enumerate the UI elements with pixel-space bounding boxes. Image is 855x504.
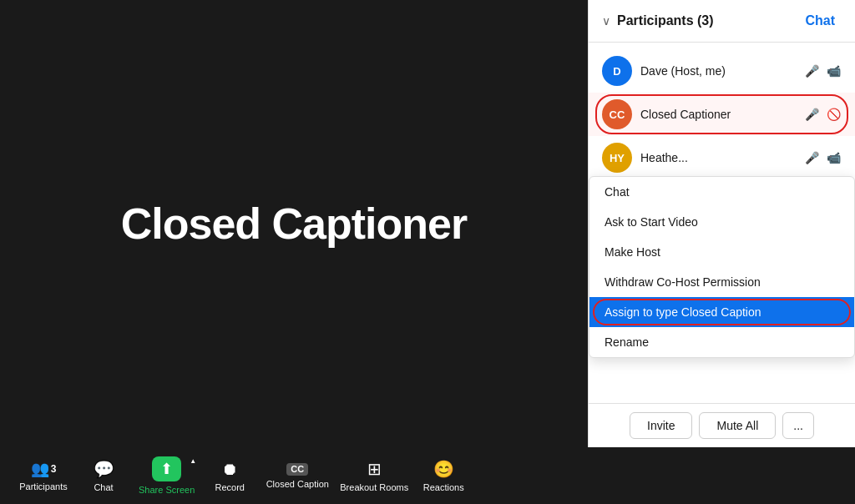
collapse-icon[interactable]: ∨ (602, 14, 610, 28)
menu-item-rename[interactable]: Rename (589, 327, 854, 357)
breakout-rooms-toolbar-item[interactable]: ⊞ Breakout Rooms (335, 451, 413, 501)
cam-icon: 📹 (825, 63, 842, 79)
participant-name-cc: Closed Captioner (640, 108, 795, 121)
participants-title: Participants (3) (617, 13, 714, 28)
reactions-label: Reactions (423, 482, 464, 492)
sidebar-header: ∨ Participants (3) Chat (589, 0, 855, 43)
share-screen-arrow: ▲ (190, 457, 196, 465)
menu-item-assign-caption[interactable]: Assign to type Closed Caption (589, 297, 854, 327)
sidebar-bottom: Invite Mute All ... (589, 403, 855, 447)
sidebar-header-left: ∨ Participants (3) (602, 13, 714, 28)
video-area: Closed Captioner (0, 0, 588, 447)
participant-icons-hy: 🎤 📹 (803, 149, 842, 166)
cam-muted-icon: 🚫 (825, 106, 842, 123)
chat-tab[interactable]: Chat (798, 10, 842, 32)
mic-icon-cc: 🎤 (803, 106, 820, 123)
reactions-toolbar-item[interactable]: 😊 Reactions (413, 451, 473, 501)
cc-badge-icon: CC (286, 463, 308, 476)
avatar-cc: CC (602, 99, 632, 129)
avatar-hy: HY (602, 143, 632, 173)
participant-name: Dave (Host, me) (640, 64, 795, 78)
record-toolbar-item[interactable]: ⏺ Record (200, 451, 260, 501)
menu-item-make-host[interactable]: Make Host (589, 237, 854, 267)
participants-icon: 👥 (31, 460, 49, 478)
record-icon: ⏺ (221, 460, 238, 479)
share-screen-label: Share Screen (139, 485, 195, 495)
mute-all-button[interactable]: Mute All (699, 412, 776, 439)
context-menu: Chat Ask to Start Video Make Host Withdr… (589, 176, 855, 358)
mic-icon: 🎤 (803, 63, 820, 79)
record-label: Record (215, 482, 245, 492)
video-title: Closed Captioner (121, 199, 468, 249)
reactions-icon: 😊 (433, 459, 454, 479)
participants-toolbar-item[interactable]: 👥 3 Participants (13, 451, 73, 501)
chat-icon: 💬 (94, 459, 114, 479)
participant-item-cc[interactable]: CC Closed Captioner 🎤 🚫 Chat Ask to Star… (589, 93, 855, 136)
menu-item-chat[interactable]: Chat (589, 177, 854, 207)
participant-list: D Dave (Host, me) 🎤 📹 CC Closed Captione… (589, 43, 855, 403)
share-screen-toolbar-item[interactable]: ⬆ Share Screen ▲ (134, 451, 200, 501)
closed-caption-label: Closed Caption (266, 479, 329, 489)
share-screen-btn[interactable]: ⬆ (152, 456, 181, 481)
invite-button[interactable]: Invite (630, 412, 692, 439)
mic-icon-hy: 🎤 (803, 149, 820, 166)
chat-toolbar-item[interactable]: 💬 Chat (73, 451, 134, 501)
sidebar: ∨ Participants (3) Chat D Dave (Host, me… (588, 0, 855, 447)
breakout-rooms-label: Breakout Rooms (340, 482, 408, 492)
participants-label: Participants (19, 481, 67, 491)
breakout-rooms-icon: ⊞ (367, 459, 382, 479)
participants-count: 3 (51, 463, 57, 475)
participant-icons: 🎤 📹 (803, 63, 842, 79)
menu-item-withdraw-cohost[interactable]: Withdraw Co-Host Permission (589, 267, 854, 297)
share-screen-icon: ⬆ (160, 460, 173, 478)
participants-icon-group: 👥 3 (31, 460, 57, 478)
more-button[interactable]: ... (782, 412, 814, 439)
participant-item-hy[interactable]: HY Heathe... 🎤 📹 (589, 136, 855, 179)
participant-icons-cc: 🎤 🚫 (803, 106, 842, 123)
closed-caption-toolbar-item[interactable]: CC Closed Caption (260, 451, 335, 501)
chat-label: Chat (94, 482, 113, 492)
menu-item-ask-video[interactable]: Ask to Start Video (589, 207, 854, 237)
toolbar: 👥 3 Participants 💬 Chat ⬆ Share Screen ▲… (0, 447, 855, 504)
participant-item[interactable]: D Dave (Host, me) 🎤 📹 (589, 49, 855, 93)
avatar: D (602, 56, 632, 86)
participant-name-hy: Heathe... (640, 151, 795, 164)
cam-icon-hy: 📹 (825, 149, 842, 166)
